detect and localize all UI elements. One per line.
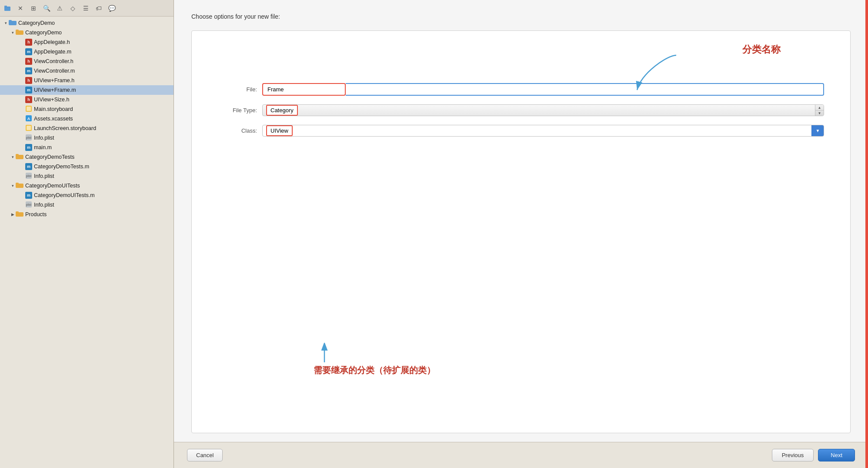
- sidebar: ✕ ⊞ 🔍 ⚠ ◇ ☰ 🏷 💬 ▾ CategoryDemo ▾ Categor…: [0, 0, 174, 468]
- svg-rect-7: [27, 107, 31, 111]
- appdelegate-m-label: AppDelegate.m: [34, 49, 71, 55]
- class-select-inner: UIView: [263, 125, 811, 136]
- stepper-up[interactable]: ▲: [815, 105, 824, 110]
- grid-icon[interactable]: ⊞: [29, 3, 38, 13]
- cat-tests-m-label: CategoryDemoTests.m: [34, 164, 89, 170]
- sidebar-item-info-plist-1[interactable]: plist Info.plist: [0, 133, 174, 143]
- search-icon[interactable]: 🔍: [42, 3, 51, 13]
- viewcontroller-h-label: ViewController.h: [34, 58, 73, 64]
- sidebar-item-appdelegate-m[interactable]: m AppDelegate.m: [0, 47, 174, 57]
- red-right-bar: [865, 0, 868, 468]
- class-uiview-badge: UIView: [266, 125, 293, 136]
- sidebar-item-uiview-frame-m[interactable]: m UIView+Frame.m: [0, 85, 174, 95]
- next-button[interactable]: Next: [818, 449, 855, 461]
- uitests-folder-label: CategoryDemoUITests: [25, 183, 80, 189]
- choose-title: Choose options for your new file:: [191, 13, 851, 20]
- class-label: Class:: [218, 127, 257, 134]
- sidebar-item-appdelegate-h[interactable]: h AppDelegate.h: [0, 37, 174, 47]
- annotation-category-label: 分类名称: [742, 43, 781, 56]
- sidebar-item-assets[interactable]: A Assets.xcassets: [0, 114, 174, 124]
- tree-root[interactable]: ▾ CategoryDemo: [0, 18, 174, 28]
- tests-arrow: ▾: [10, 155, 16, 159]
- annotation-class-arrow-svg: [318, 343, 331, 364]
- assets-label: Assets.xcassets: [34, 116, 73, 122]
- file-name-input[interactable]: [262, 83, 346, 96]
- file-type-label: File Type:: [218, 107, 257, 114]
- tag-icon[interactable]: 🏷: [94, 3, 103, 13]
- uiview-size-h-label: UIView+Size.h: [34, 97, 69, 103]
- h-icon: h: [25, 39, 32, 46]
- folder-icon-yellow: [16, 29, 23, 37]
- class-row: Class: UIView ▼: [218, 125, 824, 137]
- h-icon-4: h: [25, 96, 32, 103]
- class-dropdown-btn[interactable]: ▼: [811, 125, 824, 136]
- file-row: File:: [218, 83, 824, 96]
- cancel-button[interactable]: Cancel: [187, 449, 223, 461]
- categorydemo-folder-label: CategoryDemo: [25, 30, 62, 36]
- cat-uitests-m-label: CategoryDemoUITests.m: [34, 192, 95, 198]
- previous-button[interactable]: Previous: [772, 449, 814, 461]
- sidebar-item-uiview-frame-h[interactable]: h UIView+Frame.h: [0, 76, 174, 85]
- svg-rect-5: [16, 30, 19, 31]
- stepper-down[interactable]: ▼: [815, 110, 824, 116]
- sidebar-item-main-m[interactable]: m main.m: [0, 143, 174, 152]
- sidebar-item-products[interactable]: ▶ Products: [0, 210, 174, 219]
- storyboard-icon: [25, 105, 32, 114]
- products-folder-icon: [16, 211, 23, 218]
- uitests-arrow: ▾: [10, 184, 16, 188]
- h-icon-2: h: [25, 58, 32, 65]
- sidebar-item-info-plist-2[interactable]: plist Info.plist: [0, 171, 174, 181]
- viewcontroller-m-label: ViewController.m: [34, 68, 75, 74]
- file-type-select-container: Category ▲ ▼: [262, 104, 824, 116]
- root-label: CategoryDemo: [18, 20, 55, 26]
- sidebar-item-main-storyboard[interactable]: Main.storyboard: [0, 104, 174, 114]
- file-type-row: File Type: Category ▲ ▼: [218, 104, 824, 116]
- annotation-class-label: 需要继承的分类（待扩展的类）: [314, 364, 435, 376]
- sidebar-item-categorydemo-uitests[interactable]: ▾ CategoryDemoUITests: [0, 181, 174, 191]
- sidebar-item-viewcontroller-h[interactable]: h ViewController.h: [0, 57, 174, 66]
- file-type-stepper[interactable]: ▲ ▼: [815, 105, 824, 116]
- plist-icon-3: plist: [25, 201, 32, 209]
- info-plist-2-label: Info.plist: [34, 173, 54, 179]
- svg-rect-19: [16, 183, 19, 184]
- m-icon-5: m: [25, 163, 32, 170]
- launchscreen-label: LaunchScreen.storyboard: [34, 125, 96, 131]
- folder-arrow: ▾: [10, 30, 16, 35]
- m-icon-2: m: [25, 67, 32, 74]
- tests-folder-icon: [16, 154, 23, 161]
- warning-icon[interactable]: ⚠: [55, 3, 64, 13]
- main-panel: Choose options for your new file: 分类名称 F…: [174, 0, 868, 468]
- bubble-icon[interactable]: 💬: [107, 3, 117, 13]
- svg-rect-15: [16, 154, 19, 156]
- file-tree: ▾ CategoryDemo ▾ CategoryDemo h AppDeleg…: [0, 17, 174, 468]
- sidebar-item-categorydemo-tests[interactable]: ▾ CategoryDemoTests: [0, 152, 174, 162]
- sidebar-item-cat-uitests-m[interactable]: m CategoryDemoUITests.m: [0, 191, 174, 200]
- m-icon-4: m: [25, 144, 32, 151]
- list-icon[interactable]: ☰: [81, 3, 90, 13]
- svg-rect-11: [27, 126, 31, 130]
- svg-text:plist: plist: [26, 136, 32, 140]
- main-m-label: main.m: [34, 144, 52, 150]
- sidebar-item-uiview-size-h[interactable]: h UIView+Size.h: [0, 95, 174, 104]
- m-icon: m: [25, 48, 32, 55]
- class-select-container: UIView ▼: [262, 125, 824, 137]
- sidebar-item-launchscreen[interactable]: LaunchScreen.storyboard: [0, 124, 174, 133]
- sidebar-item-cat-tests-m[interactable]: m CategoryDemoTests.m: [0, 162, 174, 171]
- h-icon-3: h: [25, 77, 32, 84]
- file-ext-input[interactable]: [346, 83, 824, 96]
- folder-icon[interactable]: [3, 3, 12, 13]
- sidebar-item-viewcontroller-m[interactable]: m ViewController.m: [0, 66, 174, 76]
- file-label: File:: [218, 86, 257, 93]
- nav-buttons: Previous Next: [772, 449, 855, 461]
- sidebar-item-categorydemo-folder[interactable]: ▾ CategoryDemo: [0, 28, 174, 37]
- svg-text:plist: plist: [26, 174, 32, 178]
- svg-rect-23: [16, 211, 19, 213]
- svg-rect-3: [9, 20, 12, 22]
- annotation-class-area: 需要继承的分类（待扩展的类）: [314, 343, 435, 376]
- info-plist-1-label: Info.plist: [34, 135, 54, 141]
- sidebar-item-info-plist-3[interactable]: plist Info.plist: [0, 200, 174, 210]
- x-icon[interactable]: ✕: [16, 3, 25, 13]
- svg-text:A: A: [27, 117, 30, 121]
- svg-rect-0: [4, 7, 10, 11]
- diamond-icon[interactable]: ◇: [68, 3, 77, 13]
